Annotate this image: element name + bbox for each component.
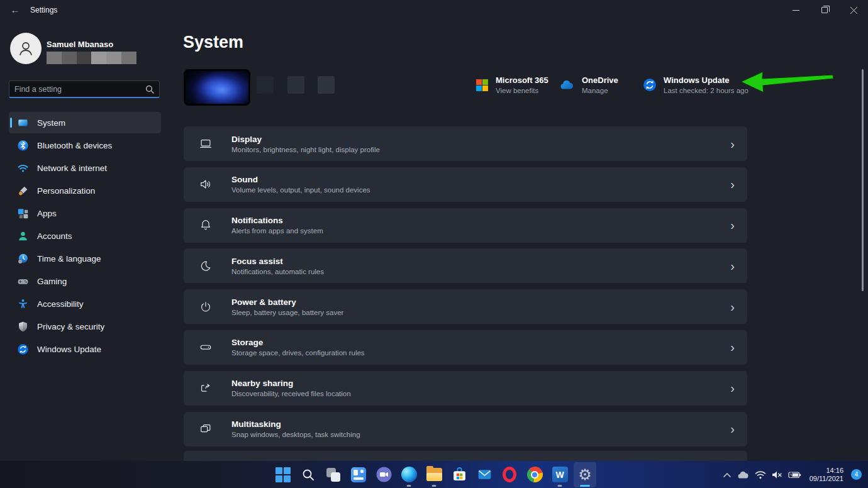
network-icon: [17, 162, 29, 174]
chrome-button[interactable]: [523, 462, 546, 487]
sidebar-item-label: System: [37, 118, 65, 128]
restore-button[interactable]: [810, 0, 839, 20]
redacted-device-block: [318, 76, 335, 94]
microsoft-store-button[interactable]: [448, 462, 470, 487]
clock[interactable]: 14:16 09/11/2021: [810, 467, 843, 483]
word-button[interactable]: W: [548, 462, 571, 487]
sidebar-item-network-internet[interactable]: Network & internet: [9, 157, 161, 179]
widgets-button[interactable]: [347, 462, 370, 487]
quick-link-onedrive[interactable]: OneDrive Manage: [559, 75, 618, 94]
row-subtitle: Monitors, brightness, night light, displ…: [231, 146, 380, 153]
row-power-battery[interactable]: Power & battery Sleep, battery usage, ba…: [184, 289, 747, 324]
sidebar-item-label: Accounts: [37, 231, 72, 241]
taskbar-search[interactable]: [297, 462, 320, 487]
running-indicator: [558, 485, 562, 487]
personalization-icon: [17, 185, 29, 197]
edge-icon: [401, 467, 417, 482]
row-storage[interactable]: Storage Storage space, drives, configura…: [184, 330, 747, 365]
search-input[interactable]: [14, 85, 145, 94]
notification-badge[interactable]: 4: [851, 469, 862, 480]
close-button[interactable]: [839, 0, 868, 20]
opera-icon: [503, 467, 516, 482]
sidebar-item-windows-update[interactable]: Windows Update: [9, 338, 161, 360]
file-explorer-button[interactable]: [423, 462, 445, 487]
sidebar-nav: System Bluetooth & devices Network & int…: [3, 112, 167, 361]
sidebar-item-system[interactable]: System: [9, 112, 161, 133]
redacted-email: [47, 52, 136, 64]
row-subtitle: Alerts from apps and system: [231, 227, 323, 235]
user-profile[interactable]: Samuel Mbanaso: [10, 33, 136, 64]
row-partial-next[interactable]: [184, 451, 747, 461]
onedrive-tray-icon[interactable]: [737, 470, 749, 479]
row-title: Nearby sharing: [231, 379, 351, 388]
sidebar-item-time-language[interactable]: Time & language: [9, 248, 161, 269]
sidebar-item-label: Privacy & security: [37, 322, 104, 331]
row-notifications[interactable]: Notifications Alerts from apps and syste…: [184, 208, 747, 243]
tray-date: 09/11/2021: [810, 475, 843, 482]
sidebar-item-label: Windows Update: [37, 345, 101, 354]
sidebar-item-privacy-security[interactable]: Privacy & security: [9, 316, 161, 337]
battery-charging-icon[interactable]: [788, 470, 801, 479]
sidebar-item-label: Time & language: [37, 254, 101, 263]
back-icon[interactable]: ←: [9, 4, 21, 16]
row-subtitle: Snap windows, desktops, task switching: [231, 431, 360, 438]
power-icon: [199, 300, 213, 314]
row-display[interactable]: Display Monitors, brightness, night ligh…: [184, 126, 747, 161]
sidebar-item-apps[interactable]: Apps: [9, 202, 161, 224]
teams-chat-button[interactable]: [372, 462, 395, 487]
sidebar-item-bluetooth-devices[interactable]: Bluetooth & devices: [9, 135, 161, 156]
minimize-button[interactable]: [781, 0, 810, 20]
device-preview-thumbnail: [184, 69, 250, 106]
sidebar-item-accessibility[interactable]: Accessibility: [9, 293, 161, 314]
start-button[interactable]: [272, 462, 294, 487]
system-tray: 14:16 09/11/2021 4: [723, 461, 862, 488]
avatar: [10, 33, 42, 64]
edge-button[interactable]: [398, 462, 420, 487]
search-box[interactable]: [9, 80, 160, 98]
quick-link-subtitle: Last checked: 2 hours ago: [664, 87, 748, 94]
windows-start-icon: [275, 467, 291, 482]
search-icon: [145, 85, 154, 94]
row-multitasking[interactable]: Multitasking Snap windows, desktops, tas…: [184, 412, 747, 446]
chevron-right-icon: ›: [730, 138, 735, 150]
opera-button[interactable]: [498, 462, 521, 487]
row-title: Notifications: [231, 216, 323, 225]
row-title: Storage: [231, 338, 365, 347]
row-focus-assist[interactable]: Focus assist Notifications, automatic ru…: [184, 248, 747, 283]
windows-update-icon: [17, 343, 29, 355]
sidebar-item-personalization[interactable]: Personalization: [9, 180, 161, 201]
mail-button[interactable]: [473, 462, 496, 487]
volume-muted-icon[interactable]: [772, 470, 782, 479]
chevron-right-icon: ›: [730, 341, 735, 353]
quick-link-title: Microsoft 365: [496, 75, 548, 85]
quick-link-windows-update[interactable]: Windows Update Last checked: 2 hours ago: [643, 75, 748, 94]
settings-list: Display Monitors, brightness, night ligh…: [184, 126, 747, 452]
hidden-icons-chevron[interactable]: [723, 472, 732, 478]
running-indicator: [407, 485, 411, 487]
chevron-right-icon: ›: [730, 382, 735, 394]
microsoft-365-icon: [476, 79, 489, 92]
quick-link-microsoft-365[interactable]: Microsoft 365 View benefits: [476, 75, 548, 94]
sidebar-item-gaming[interactable]: Gaming: [9, 270, 161, 292]
scrollbar[interactable]: [862, 69, 864, 291]
mail-envelope-icon: [477, 467, 492, 482]
task-view-button[interactable]: [322, 462, 345, 487]
notifications-icon: [199, 218, 213, 232]
chevron-right-icon: ›: [730, 423, 735, 435]
redacted-device-block: [287, 76, 304, 94]
row-subtitle: Sleep, battery usage, battery saver: [231, 309, 343, 316]
sidebar-item-accounts[interactable]: Accounts: [9, 225, 161, 247]
task-view-icon: [326, 467, 341, 482]
row-title: Multitasking: [231, 419, 360, 429]
focus-assist-icon: [199, 259, 213, 273]
row-subtitle: Notifications, automatic rules: [231, 268, 324, 275]
row-title: Focus assist: [231, 257, 324, 266]
wifi-icon[interactable]: [755, 470, 766, 479]
chat-camera-icon: [376, 467, 392, 482]
row-nearby-sharing[interactable]: Nearby sharing Discoverability, received…: [184, 371, 747, 406]
row-sound[interactable]: Sound Volume levels, output, input, soun…: [184, 167, 747, 202]
settings-taskbar-button[interactable]: ⚙: [574, 462, 596, 487]
system-icon: [17, 117, 29, 129]
row-subtitle: Discoverability, received files location: [231, 390, 351, 397]
windows-update-icon: [643, 78, 657, 92]
